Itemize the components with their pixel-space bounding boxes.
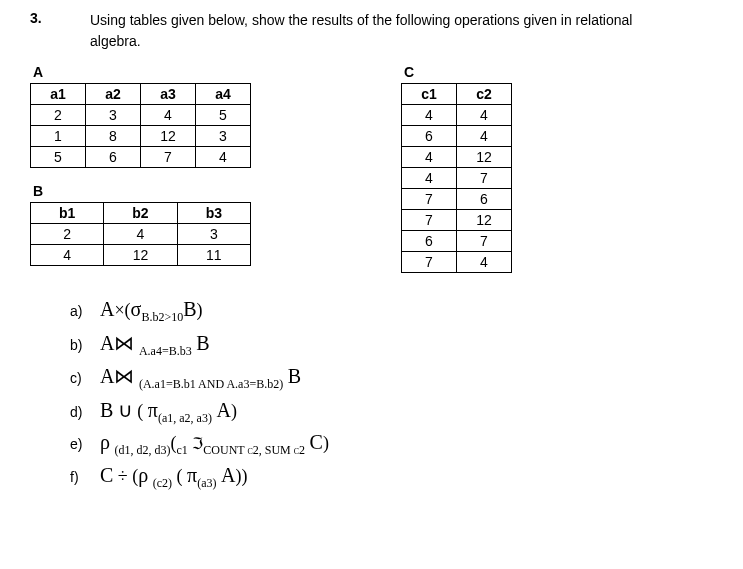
table-header: a1 [31, 84, 86, 105]
formula-label: b) [70, 337, 100, 353]
table-cell: 12 [141, 126, 196, 147]
table-cell: 7 [141, 147, 196, 168]
table-row: 4 7 [402, 168, 512, 189]
table-cell: 2 [31, 224, 104, 245]
table-row: 5 6 7 4 [31, 147, 251, 168]
symbol-close-paren: ) [323, 433, 329, 453]
symbol-close-paren: ) [197, 300, 203, 320]
symbol-c1: c1 [176, 443, 187, 457]
table-cell: 5 [31, 147, 86, 168]
formulas: a) A×(σB.b2>10B) b) A⋈ A.a4=B.b3 B c) A⋈… [70, 298, 713, 491]
table-row: 2 4 3 [31, 224, 251, 245]
symbol-times: × [114, 300, 124, 320]
table-cell: 4 [196, 147, 251, 168]
table-cell: 4 [457, 105, 512, 126]
formula-content: C ÷ (ρ (c2) ( π(a3) A)) [100, 464, 247, 491]
symbol-A: A [100, 365, 114, 387]
symbol-A: A [216, 399, 230, 421]
symbol-open-paren: ( [137, 401, 143, 421]
subscript: (d1, d2, d3) [114, 443, 170, 457]
table-cell: 2 [31, 105, 86, 126]
table-c-group: C c1 c2 4 4 6 4 4 12 4 7 7 [401, 64, 512, 273]
table-cell: 4 [141, 105, 196, 126]
table-c: c1 c2 4 4 6 4 4 12 4 7 7 6 [401, 83, 512, 273]
table-row: b1 b2 b3 [31, 203, 251, 224]
sigma-icon: σ [131, 298, 142, 320]
table-header: b2 [104, 203, 177, 224]
symbol-open-paren: ( [177, 466, 183, 486]
table-cell: 4 [31, 245, 104, 266]
left-tables: A a1 a2 a3 a4 2 3 4 5 1 8 12 [30, 64, 251, 273]
table-header: a4 [196, 84, 251, 105]
symbol-close-paren: ) [231, 401, 237, 421]
formula-b: b) A⋈ A.a4=B.b3 B [70, 331, 713, 359]
question-header: 3. Using tables given below, show the re… [30, 10, 713, 49]
table-cell: 12 [457, 147, 512, 168]
table-header: c2 [457, 84, 512, 105]
formula-content: A×(σB.b2>10B) [100, 298, 203, 325]
symbol-B: B [196, 332, 209, 354]
pi-icon: π [148, 399, 158, 421]
symbol-A: A [221, 464, 235, 486]
formula-content: A⋈ A.a4=B.b3 B [100, 331, 210, 359]
formula-content: B ∪ ( π(a1, a2, a3) A) [100, 398, 237, 426]
table-cell: 3 [196, 126, 251, 147]
symbol-C: C [310, 431, 323, 453]
table-a-label: A [30, 64, 251, 80]
table-cell: 12 [104, 245, 177, 266]
symbol-A: A [100, 332, 114, 354]
table-cell: 8 [86, 126, 141, 147]
table-row: 4 4 [402, 105, 512, 126]
table-b-group: B b1 b2 b3 2 4 3 4 12 11 [30, 183, 251, 266]
formula-content: A⋈ (A.a1=B.b1 AND A.a3=B.b2) B [100, 364, 301, 392]
formula-label: c) [70, 370, 100, 386]
symbol-close-paren: )) [235, 466, 247, 486]
formula-c: c) A⋈ (A.a1=B.b1 AND A.a3=B.b2) B [70, 364, 713, 392]
table-cell: 4 [457, 252, 512, 273]
table-cell: 3 [177, 224, 250, 245]
table-b-label: B [30, 183, 251, 199]
symbol-B: B [183, 298, 196, 320]
aggregate-icon: ℑ [192, 435, 203, 452]
table-row: c1 c2 [402, 84, 512, 105]
question-text-line2: algebra. [90, 33, 632, 49]
formula-content: ρ (d1, d2, d3)(c1 ℑCOUNT c2, SUM c2 C) [100, 431, 329, 458]
table-row: 2 3 4 5 [31, 105, 251, 126]
formula-label: e) [70, 436, 100, 452]
table-cell: 7 [402, 252, 457, 273]
table-cell: 4 [402, 105, 457, 126]
table-cell: 7 [457, 168, 512, 189]
tables-container: A a1 a2 a3 a4 2 3 4 5 1 8 12 [30, 64, 713, 273]
table-cell: 3 [86, 105, 141, 126]
table-cell: 11 [177, 245, 250, 266]
table-header: b1 [31, 203, 104, 224]
subscript: (A.a1=B.b1 AND A.a3=B.b2) [139, 377, 283, 391]
formula-label: a) [70, 303, 100, 319]
table-b: b1 b2 b3 2 4 3 4 12 11 [30, 202, 251, 266]
subscript: B.b2>10 [141, 310, 183, 324]
table-a: a1 a2 a3 a4 2 3 4 5 1 8 12 3 [30, 83, 251, 168]
question-number: 3. [30, 10, 90, 49]
table-header: b3 [177, 203, 250, 224]
table-a-group: A a1 a2 a3 a4 2 3 4 5 1 8 12 [30, 64, 251, 168]
symbol-B: B [288, 365, 301, 387]
table-cell: 12 [457, 210, 512, 231]
join-icon: ⋈ [114, 365, 134, 387]
table-cell: 4 [457, 126, 512, 147]
table-header: a3 [141, 84, 196, 105]
formula-label: f) [70, 469, 100, 485]
table-row: a1 a2 a3 a4 [31, 84, 251, 105]
rho-icon: ρ [138, 464, 148, 486]
table-row: 4 12 [402, 147, 512, 168]
question-text-wrapper: Using tables given below, show the resul… [90, 10, 632, 49]
formula-f: f) C ÷ (ρ (c2) ( π(a3) A)) [70, 464, 713, 491]
symbol-B: B [100, 399, 113, 421]
table-cell: 5 [196, 105, 251, 126]
table-cell: 7 [402, 189, 457, 210]
table-cell: 7 [457, 231, 512, 252]
table-cell: 7 [402, 210, 457, 231]
table-row: 6 7 [402, 231, 512, 252]
table-header: c1 [402, 84, 457, 105]
formula-a: a) A×(σB.b2>10B) [70, 298, 713, 325]
join-icon: ⋈ [114, 332, 134, 354]
